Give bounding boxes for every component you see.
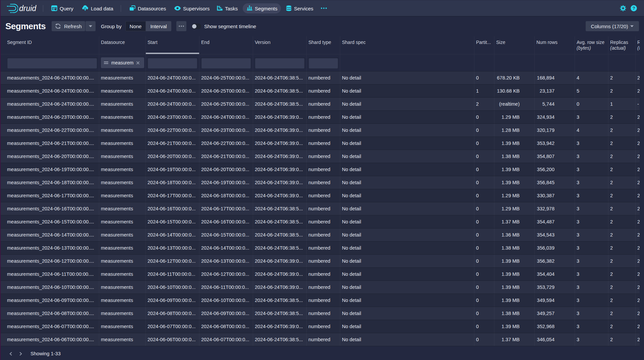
svg-text:?: ? [632,6,635,11]
